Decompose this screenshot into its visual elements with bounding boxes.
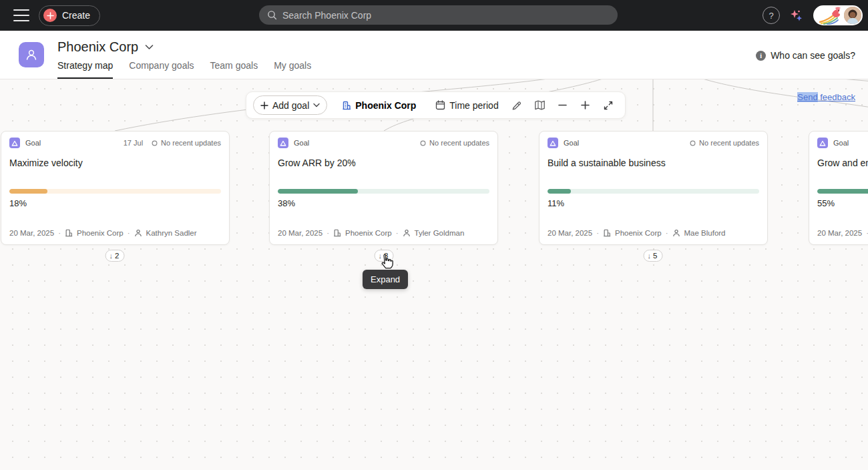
expand-count-label: 2 bbox=[115, 252, 119, 260]
goal-title: Maximize velocity bbox=[9, 158, 83, 168]
help-label: ? bbox=[769, 11, 773, 21]
goal-card[interactable]: Goal No recent updates Build a sustainab… bbox=[539, 131, 768, 245]
status-circle-icon bbox=[152, 140, 158, 146]
goal-title: Grow and enga bbox=[817, 158, 868, 168]
search-input[interactable]: Search Phoenix Corp bbox=[259, 5, 618, 25]
goal-card-footer: 20 Mar, 2025 · Phoenix Corp · Mae Blufor… bbox=[548, 229, 726, 237]
goal-progress-bar bbox=[9, 189, 221, 194]
expand-children-button[interactable]: ↓5 bbox=[644, 250, 663, 262]
goal-card[interactable]: Goal No recent updates Grow ARR by 20% 3… bbox=[269, 131, 498, 245]
highlighter-icon bbox=[511, 99, 523, 111]
zoom-in-button[interactable] bbox=[576, 95, 596, 115]
goal-due-date: 17 Jul bbox=[124, 139, 143, 147]
goal-progress-bar bbox=[548, 189, 759, 194]
goal-title: Build a sustainable business bbox=[548, 158, 666, 168]
goal-progress-bar bbox=[278, 189, 489, 194]
strategy-map-canvas[interactable]: Add goal Phoenix Corp Time period Send f… bbox=[0, 79, 868, 470]
fullscreen-button[interactable] bbox=[598, 95, 618, 115]
goal-badge-label: Goal bbox=[25, 139, 41, 147]
send-feedback-highlighted: Send bbox=[797, 92, 817, 102]
arrow-down-icon: ↓ bbox=[379, 252, 383, 260]
owner-icon bbox=[134, 229, 142, 237]
expand-count-label: 8 bbox=[384, 252, 388, 260]
goal-start-date: 20 Mar, 2025 bbox=[9, 229, 54, 237]
dot-separator: · bbox=[396, 229, 399, 237]
goal-owner-label: Mae Bluford bbox=[684, 229, 726, 237]
goal-card-header: Goal No recent updates bbox=[278, 138, 489, 148]
status-circle-icon bbox=[690, 140, 696, 146]
send-feedback-rest: feedback bbox=[818, 92, 855, 102]
workspace-avatar-icon[interactable] bbox=[19, 42, 44, 67]
expand-count-label: 5 bbox=[653, 252, 657, 260]
user-avatar bbox=[844, 7, 861, 24]
who-can-see-goals-link[interactable]: i Who can see goals? bbox=[756, 50, 855, 61]
help-button[interactable]: ? bbox=[763, 7, 780, 24]
tab-company-goals[interactable]: Company goals bbox=[129, 60, 194, 79]
goal-owner-label: Kathryn Sadler bbox=[146, 229, 197, 237]
send-feedback-link[interactable]: Send feedback bbox=[797, 92, 855, 102]
team-icon bbox=[603, 229, 611, 237]
goal-progress-fill bbox=[548, 189, 571, 194]
goal-tabs: Strategy map Company goals Team goals My… bbox=[57, 60, 311, 79]
goal-card-footer: 20 Mar, 2025 · Phoenix Corp · Tyler Gold… bbox=[278, 229, 464, 237]
goal-badge-label: Goal bbox=[564, 139, 579, 147]
goal-team-label: Phoenix Corp bbox=[77, 229, 124, 237]
dot-separator: · bbox=[58, 229, 61, 237]
ai-sparkle-icon[interactable] bbox=[788, 7, 805, 24]
scope-filter-chip[interactable]: Phoenix Corp bbox=[334, 95, 424, 115]
goal-card[interactable]: Goal Grow and enga 55% 20 Mar, 2025 · · bbox=[809, 131, 868, 245]
goal-badge-label: Goal bbox=[833, 139, 849, 147]
page-header: Phoenix Corp Strategy map Company goals … bbox=[0, 31, 868, 79]
organization-icon bbox=[342, 101, 351, 110]
plus-circle-icon bbox=[43, 9, 57, 22]
goal-progress-fill bbox=[817, 189, 868, 194]
time-period-button[interactable]: Time period bbox=[429, 95, 504, 115]
hamburger-menu-icon[interactable] bbox=[13, 9, 29, 22]
goal-badge-icon bbox=[548, 138, 558, 148]
goal-card-header: Goal 17 Jul No recent updates bbox=[9, 138, 221, 148]
add-goal-button[interactable]: Add goal bbox=[253, 95, 327, 115]
account-avatar-button[interactable] bbox=[813, 5, 863, 25]
workspace-title-dropdown[interactable]: Phoenix Corp bbox=[57, 39, 154, 55]
goal-owner-label: Tyler Goldman bbox=[415, 229, 465, 237]
owner-icon bbox=[672, 229, 680, 237]
minus-icon bbox=[558, 100, 568, 110]
goal-progress-fill bbox=[9, 189, 47, 194]
goal-progress-percent: 55% bbox=[817, 198, 835, 208]
goal-status-label: No recent updates bbox=[699, 139, 759, 147]
tab-team-goals[interactable]: Team goals bbox=[210, 60, 258, 79]
expand-tooltip: Expand bbox=[363, 270, 408, 289]
plus-icon bbox=[260, 101, 268, 109]
create-button[interactable]: Create bbox=[39, 5, 100, 26]
map-icon bbox=[534, 99, 546, 111]
arrow-down-icon: ↓ bbox=[648, 252, 652, 260]
expand-children-button[interactable]: ↓2 bbox=[105, 250, 125, 262]
info-icon: i bbox=[756, 51, 766, 61]
goal-card-footer: 20 Mar, 2025 · · bbox=[817, 229, 868, 237]
goal-title: Grow ARR by 20% bbox=[278, 158, 356, 168]
draw-annotation-button[interactable] bbox=[507, 95, 527, 115]
goal-start-date: 20 Mar, 2025 bbox=[817, 229, 862, 237]
team-icon bbox=[65, 229, 73, 237]
minimap-button[interactable] bbox=[530, 95, 550, 115]
phoenix-bird-illustration bbox=[817, 6, 843, 25]
goal-progress-bar bbox=[817, 189, 868, 194]
goal-progress-percent: 11% bbox=[548, 198, 564, 208]
plus-icon bbox=[580, 100, 590, 110]
goal-start-date: 20 Mar, 2025 bbox=[278, 229, 322, 237]
goal-status-label: No recent updates bbox=[161, 139, 221, 147]
tab-my-goals[interactable]: My goals bbox=[274, 60, 311, 79]
goal-card[interactable]: Goal 17 Jul No recent updates Maximize v… bbox=[1, 131, 230, 245]
zoom-out-button[interactable] bbox=[553, 95, 573, 115]
goal-badge-icon bbox=[9, 138, 20, 148]
time-period-label: Time period bbox=[449, 100, 498, 111]
chevron-down-icon bbox=[145, 44, 154, 50]
expand-tooltip-label: Expand bbox=[371, 274, 400, 284]
dot-separator: · bbox=[327, 229, 329, 237]
map-toolbar: Add goal Phoenix Corp Time period bbox=[246, 91, 626, 119]
tab-strategy-map[interactable]: Strategy map bbox=[57, 60, 113, 79]
add-goal-label: Add goal bbox=[272, 100, 309, 111]
dot-separator: · bbox=[666, 229, 668, 237]
expand-children-button[interactable]: ↓8 bbox=[375, 250, 394, 262]
goal-card-header: Goal No recent updates bbox=[548, 138, 759, 148]
